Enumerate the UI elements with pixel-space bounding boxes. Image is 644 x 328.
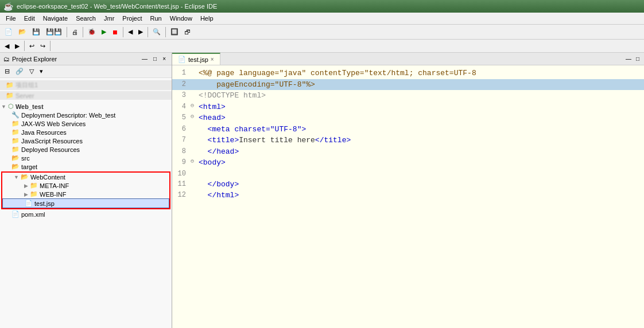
code-line-10: 10	[172, 169, 644, 179]
title-bar-text: eclipse-eorkspace_test02 - Web_test/WebC…	[17, 3, 217, 10]
code-line-6: 6 <meta charset="UTF-8">	[172, 124, 644, 135]
webcontent-label: WebContent	[30, 174, 65, 181]
toolbar-sep-3	[123, 27, 123, 37]
tree-item-jaxws[interactable]: 📁 JAX-WS Web Services	[0, 119, 172, 128]
code-line-9: 9 ⊖ <body>	[172, 157, 644, 169]
deploy-icon: 🔧	[11, 111, 20, 119]
webinf-fold-icon[interactable]: ▶	[24, 192, 28, 197]
line-num-11: 11	[174, 179, 191, 189]
tree-item-testjsp[interactable]: 📄 test.jsp	[2, 198, 169, 208]
deploy-label: Deployment Descriptor: Web_test	[21, 112, 115, 119]
line-content-7: <title>Insert title here</title>	[199, 135, 642, 146]
code-line-1: 1 <%@ page language="java" contentType="…	[172, 68, 644, 79]
menu-edit[interactable]: Edit	[21, 14, 38, 23]
menu-window[interactable]: Window	[166, 14, 196, 23]
save-all-button[interactable]: 💾💾	[44, 27, 64, 37]
toolbar-sep-5	[165, 27, 166, 37]
undo-button[interactable]: ↩	[27, 41, 37, 51]
tree-item-webcontent[interactable]: ▼ 📂 WebContent	[2, 173, 169, 181]
panel-minimize-btn[interactable]: —	[139, 54, 150, 63]
forward2-button[interactable]: ▶	[13, 41, 22, 51]
panel-close-btn[interactable]: ×	[160, 54, 168, 63]
debug-button[interactable]: 🐞	[86, 27, 98, 37]
perspective-button[interactable]: 🔲	[168, 27, 181, 37]
tree-item-webtest[interactable]: ▼ ⬡ Web_test	[0, 102, 172, 111]
metainf-fold-icon[interactable]: ▶	[24, 183, 28, 189]
menu-help[interactable]: Help	[197, 14, 217, 23]
editor-maximize-btn[interactable]: □	[634, 54, 642, 63]
editor-content[interactable]: 1 <%@ page language="java" contentType="…	[172, 65, 644, 328]
menu-search[interactable]: Search	[72, 14, 99, 23]
view-menu-button[interactable]: ▾	[37, 67, 45, 76]
window-button[interactable]: 🗗	[182, 28, 193, 37]
tree-item-deployed[interactable]: 📁 Deployed Resources	[0, 145, 172, 154]
tree-item-group1[interactable]: 📁 项目组1	[0, 80, 172, 90]
tree-item-deploy[interactable]: 🔧 Deployment Descriptor: Web_test	[0, 111, 172, 119]
metainf-icon: 📁	[30, 182, 38, 189]
menu-file[interactable]: File	[2, 14, 20, 23]
new-button[interactable]: 📄	[2, 27, 15, 37]
tree-view[interactable]: 📁 项目组1 📁 Server ▼ ⬡ Web_test 🔧 Deploymen…	[0, 78, 172, 328]
line-num-3: 3	[174, 90, 191, 100]
back-button[interactable]: ◀	[126, 27, 135, 37]
search-button[interactable]: 🔍	[150, 27, 163, 37]
menu-run[interactable]: Run	[147, 14, 165, 23]
line-num-1: 1	[174, 68, 191, 78]
line-num-10: 10	[174, 169, 191, 179]
line-num-7: 7	[174, 135, 191, 145]
tree-item-js[interactable]: 📁 JavaScript Resources	[0, 136, 172, 145]
panel-actions: — □ ×	[139, 54, 168, 63]
pomxml-icon: 📄	[11, 210, 20, 218]
toolbar-sep-1	[67, 27, 67, 37]
line-content-1: <%@ page language="java" contentType="te…	[199, 68, 642, 79]
line-num-9: 9	[174, 157, 191, 167]
code-line-12: 12 </html>	[172, 190, 644, 201]
js-icon: 📁	[11, 137, 20, 145]
tree-item-server[interactable]: 📁 Server	[0, 91, 172, 100]
java-label: Java Resources	[21, 129, 67, 136]
webcontent-fold-icon[interactable]: ▼	[14, 174, 19, 180]
link-editor-button[interactable]: 🔗	[13, 67, 26, 76]
save-button[interactable]: 💾	[30, 27, 42, 37]
line-content-6: <meta charset="UTF-8">	[199, 124, 642, 135]
webtest-fold-icon[interactable]: ▼	[1, 104, 6, 110]
js-label: JavaScript Resources	[21, 138, 83, 145]
stop-button[interactable]: ⏹	[110, 28, 121, 37]
tree-item-metainf[interactable]: ▶ 📁 META-INF	[2, 181, 169, 190]
line-content-12: </html>	[199, 190, 642, 201]
redo-button[interactable]: ↪	[38, 41, 48, 51]
run-button[interactable]: ▶	[99, 27, 108, 37]
panel-toolbar: ⊟ 🔗 ▽ ▾	[0, 65, 172, 78]
deployed-label: Deployed Resources	[21, 146, 80, 153]
toolbar2-sep-2	[50, 41, 51, 51]
panel-maximize-btn[interactable]: □	[151, 54, 159, 63]
tree-item-webinf[interactable]: ▶ 📁 WEB-INF	[2, 190, 169, 198]
server-label: Server	[15, 92, 34, 99]
back2-button[interactable]: ◀	[2, 41, 11, 51]
src-icon: 📂	[11, 154, 20, 162]
target-label: target	[21, 163, 37, 170]
forward-button[interactable]: ▶	[136, 27, 145, 37]
filter-button[interactable]: ▽	[27, 67, 36, 76]
editor-panel: 📄 test.jsp × — □ 1 <%@ page language="ja…	[172, 53, 644, 328]
panel-folder-icon: 🗂	[3, 56, 10, 63]
toolbar-sep-4	[148, 27, 148, 37]
menu-navigate[interactable]: Navigate	[40, 14, 71, 23]
open-button[interactable]: 📂	[16, 27, 29, 37]
print-button[interactable]: 🖨	[69, 28, 80, 37]
tree-item-target[interactable]: 📂 target	[0, 162, 172, 171]
menu-jmr[interactable]: Jmr	[100, 14, 118, 23]
tab-testjsp[interactable]: 📄 test.jsp ×	[172, 53, 220, 65]
editor-minimize-btn[interactable]: —	[623, 54, 634, 63]
line-num-6: 6	[174, 124, 191, 134]
webcontent-icon: 📂	[21, 173, 29, 181]
toolbar-secondary: ◀ ▶ ↩ ↪	[0, 40, 644, 53]
menu-project[interactable]: Project	[119, 14, 145, 23]
tab-close-btn[interactable]: ×	[211, 56, 214, 63]
project-explorer-panel: 🗂 Project Explorer — □ × ⊟ 🔗 ▽ ▾ 📁 项目组1 …	[0, 53, 172, 328]
tree-item-pomxml[interactable]: 📄 pom.xml	[0, 210, 172, 218]
code-line-7: 7 <title>Insert title here</title>	[172, 135, 644, 146]
tree-item-src[interactable]: 📂 src	[0, 154, 172, 162]
collapse-all-button[interactable]: ⊟	[2, 67, 12, 76]
tree-item-java[interactable]: 📁 Java Resources	[0, 128, 172, 136]
